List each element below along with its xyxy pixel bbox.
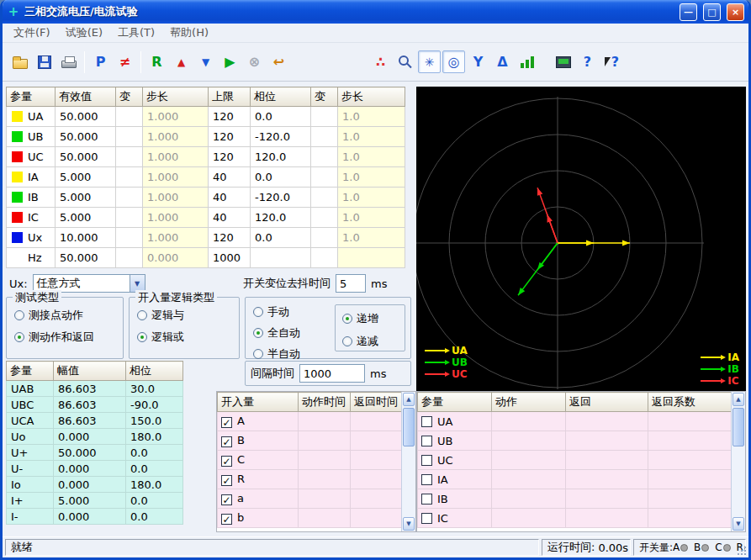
var2-cell[interactable] (311, 188, 338, 208)
checkbox-icon[interactable] (221, 436, 232, 447)
harmonic-bars-button[interactable] (516, 50, 538, 73)
switch-cell[interactable]: a (218, 489, 299, 509)
step2-cell[interactable]: 1.0 (338, 228, 405, 248)
phase-cell[interactable]: 120.0 (251, 147, 311, 167)
var1-cell[interactable] (116, 127, 143, 147)
radio-icon[interactable] (14, 310, 24, 320)
step1-cell[interactable]: 1.000 (143, 228, 209, 248)
measure-cell[interactable]: IA (418, 470, 492, 489)
checkbox-icon[interactable] (221, 494, 232, 505)
max-cell[interactable]: 120 (209, 228, 251, 248)
radio-contact-action[interactable]: 测接点动作 (14, 308, 118, 323)
phase-cell[interactable]: 0.0 (251, 107, 311, 127)
step1-cell[interactable]: 1.000 (143, 167, 209, 188)
radio-full-auto[interactable]: 全自动 (253, 325, 300, 341)
switch-cell[interactable]: B (218, 431, 299, 451)
radio-icon[interactable] (253, 307, 263, 317)
delta-button[interactable]: Δ (491, 50, 514, 73)
debounce-input[interactable] (336, 274, 366, 293)
rms-cell[interactable]: 10.000 (56, 228, 116, 248)
var2-cell[interactable] (311, 228, 338, 248)
measure-cell[interactable]: UA (418, 412, 492, 431)
scrollbar[interactable]: ▲ ▼ (731, 392, 745, 531)
measure-row[interactable]: IA (418, 470, 733, 489)
context-help-button[interactable]: ? (600, 50, 623, 73)
radio-icon[interactable] (137, 310, 147, 320)
step-up-button[interactable]: ▲ (170, 50, 193, 73)
polar-view-button[interactable]: ◎ (442, 50, 465, 73)
menu-file[interactable]: 文件(F) (6, 24, 58, 42)
switch-row[interactable]: b (218, 509, 404, 528)
step2-cell[interactable]: 1.0 (338, 167, 405, 188)
manual-set-button[interactable]: ≠ (114, 50, 136, 73)
var1-cell[interactable] (116, 167, 143, 188)
var2-cell[interactable] (311, 167, 338, 188)
scrollbar[interactable]: ▲ ▼ (401, 392, 415, 531)
maximize-button[interactable]: □ (703, 3, 721, 21)
title-bar[interactable]: + 三相交流电压/电流试验 — □ × (3, 0, 748, 24)
minimize-button[interactable]: — (680, 3, 697, 21)
phase-cell[interactable]: 0.0 (251, 167, 311, 188)
checkbox-icon[interactable] (221, 456, 232, 467)
max-cell[interactable]: 120 (209, 107, 251, 127)
undo-button[interactable]: ↩ (267, 50, 290, 73)
max-cell[interactable]: 1000 (209, 248, 251, 268)
step1-cell[interactable]: 0.000 (143, 248, 209, 268)
interval-input[interactable] (299, 364, 365, 383)
phase-cell[interactable] (251, 248, 311, 268)
start-button[interactable]: ▶ (219, 50, 241, 73)
checkbox-icon[interactable] (221, 514, 232, 525)
reset-r-button[interactable]: R (145, 50, 168, 73)
checkbox-icon[interactable] (421, 474, 432, 485)
checkbox-icon[interactable] (221, 417, 232, 428)
print-button[interactable] (57, 50, 80, 73)
radio-decrease[interactable]: 递减 (342, 334, 378, 349)
var2-cell[interactable] (311, 107, 338, 127)
resize-grip[interactable] (736, 545, 747, 556)
radio-icon[interactable] (342, 314, 352, 324)
checkbox-icon[interactable] (421, 436, 432, 446)
checkbox-icon[interactable] (421, 494, 432, 505)
measure-row[interactable]: IB (418, 489, 733, 509)
phase-cell[interactable]: 120.0 (251, 208, 311, 228)
step-down-button[interactable]: ▼ (194, 50, 217, 73)
radio-semi-auto[interactable]: 半自动 (253, 346, 300, 362)
step1-cell[interactable]: 1.000 (143, 127, 209, 147)
scroll-up-button[interactable]: ▲ (403, 393, 415, 406)
scroll-down-button[interactable]: ▼ (403, 517, 415, 531)
radio-increase[interactable]: 递增 (342, 311, 378, 326)
radio-logic-and[interactable]: 逻辑与 (137, 308, 234, 323)
var2-cell[interactable] (311, 248, 338, 268)
var2-cell[interactable] (311, 208, 338, 228)
measure-row[interactable]: IC (418, 509, 733, 528)
var1-cell[interactable] (116, 147, 143, 167)
measure-row[interactable]: UA (418, 412, 733, 431)
switch-cell[interactable]: R (218, 470, 299, 489)
var1-cell[interactable] (116, 248, 143, 268)
zoom-button[interactable] (394, 50, 416, 73)
step1-cell[interactable]: 1.000 (143, 188, 209, 208)
scroll-thumb[interactable] (403, 408, 415, 446)
switch-row[interactable]: a (218, 489, 404, 509)
rms-cell[interactable]: 5.000 (56, 208, 116, 228)
max-cell[interactable]: 120 (209, 147, 251, 167)
rms-cell[interactable]: 5.000 (56, 167, 116, 188)
max-cell[interactable]: 120 (209, 127, 251, 147)
menu-help[interactable]: 帮助(H) (162, 24, 216, 42)
max-cell[interactable]: 40 (209, 188, 251, 208)
radio-icon[interactable] (253, 328, 263, 338)
step1-cell[interactable]: 1.000 (143, 208, 209, 228)
step2-cell[interactable]: 1.0 (338, 127, 405, 147)
switch-cell[interactable]: b (218, 509, 299, 528)
measure-cell[interactable]: IB (418, 489, 492, 509)
phase-cell[interactable]: 0.0 (251, 228, 311, 248)
scroll-thumb[interactable] (732, 408, 744, 446)
var1-cell[interactable] (116, 228, 143, 248)
radio-icon[interactable] (342, 336, 352, 346)
instrument-button[interactable] (552, 50, 574, 73)
var2-cell[interactable] (311, 127, 338, 147)
rms-cell[interactable]: 50.000 (56, 127, 116, 147)
radio-icon[interactable] (14, 332, 24, 342)
save-button[interactable] (33, 50, 56, 73)
radio-manual[interactable]: 手动 (253, 304, 300, 320)
